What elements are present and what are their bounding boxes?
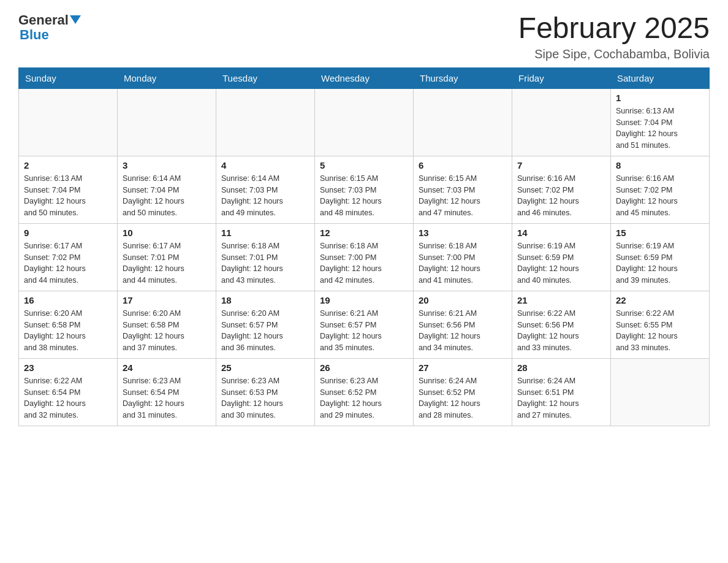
calendar-cell: 24Sunrise: 6:23 AMSunset: 6:54 PMDayligh… (118, 358, 216, 426)
day-number: 4 (221, 160, 309, 170)
day-number: 6 (419, 160, 507, 170)
day-info: Sunrise: 6:18 AMSunset: 7:00 PMDaylight:… (320, 240, 408, 286)
day-number: 1 (616, 93, 704, 103)
day-info: Sunrise: 6:18 AMSunset: 7:01 PMDaylight:… (221, 240, 309, 286)
day-info: Sunrise: 6:17 AMSunset: 7:01 PMDaylight:… (123, 240, 211, 286)
title-block: February 2025 Sipe Sipe, Cochabamba, Bol… (518, 12, 710, 61)
day-number: 7 (517, 160, 605, 170)
day-info: Sunrise: 6:19 AMSunset: 6:59 PMDaylight:… (517, 240, 605, 286)
calendar-cell: 12Sunrise: 6:18 AMSunset: 7:00 PMDayligh… (315, 223, 414, 291)
day-number: 27 (419, 362, 507, 373)
calendar-cell: 9Sunrise: 6:17 AMSunset: 7:02 PMDaylight… (19, 223, 118, 291)
calendar-cell: 23Sunrise: 6:22 AMSunset: 6:54 PMDayligh… (19, 358, 118, 426)
calendar-cell: 18Sunrise: 6:20 AMSunset: 6:57 PMDayligh… (216, 291, 315, 358)
day-number: 26 (320, 362, 408, 373)
day-number: 18 (221, 295, 309, 305)
day-info: Sunrise: 6:18 AMSunset: 7:00 PMDaylight:… (419, 240, 507, 286)
weekday-header-friday: Friday (512, 67, 611, 88)
day-number: 15 (616, 228, 704, 238)
day-info: Sunrise: 6:17 AMSunset: 7:02 PMDaylight:… (24, 240, 112, 286)
day-info: Sunrise: 6:13 AMSunset: 7:04 PMDaylight:… (24, 173, 112, 219)
calendar-cell: 5Sunrise: 6:15 AMSunset: 7:03 PMDaylight… (315, 156, 414, 223)
day-info: Sunrise: 6:21 AMSunset: 6:56 PMDaylight:… (419, 308, 507, 354)
day-info: Sunrise: 6:23 AMSunset: 6:53 PMDaylight:… (221, 375, 309, 421)
calendar-cell: 8Sunrise: 6:16 AMSunset: 7:02 PMDaylight… (611, 156, 710, 223)
day-info: Sunrise: 6:20 AMSunset: 6:58 PMDaylight:… (123, 308, 211, 354)
calendar-cell (19, 88, 118, 156)
day-info: Sunrise: 6:13 AMSunset: 7:04 PMDaylight:… (616, 105, 704, 151)
day-info: Sunrise: 6:14 AMSunset: 7:03 PMDaylight:… (221, 173, 309, 219)
calendar-cell: 7Sunrise: 6:16 AMSunset: 7:02 PMDaylight… (512, 156, 611, 223)
calendar-cell: 2Sunrise: 6:13 AMSunset: 7:04 PMDaylight… (19, 156, 118, 223)
day-info: Sunrise: 6:16 AMSunset: 7:02 PMDaylight:… (616, 173, 704, 219)
weekday-header-saturday: Saturday (611, 67, 710, 88)
day-number: 22 (616, 295, 704, 305)
week-row-1: 1Sunrise: 6:13 AMSunset: 7:04 PMDaylight… (19, 88, 710, 156)
weekday-header-monday: Monday (118, 67, 216, 88)
calendar-cell: 11Sunrise: 6:18 AMSunset: 7:01 PMDayligh… (216, 223, 315, 291)
calendar-cell: 1Sunrise: 6:13 AMSunset: 7:04 PMDaylight… (611, 88, 710, 156)
logo-general-text: General (18, 12, 69, 28)
day-info: Sunrise: 6:16 AMSunset: 7:02 PMDaylight:… (517, 173, 605, 219)
calendar-cell (414, 88, 512, 156)
day-info: Sunrise: 6:23 AMSunset: 6:52 PMDaylight:… (320, 375, 408, 421)
day-number: 16 (24, 295, 112, 305)
page-header: General Blue February 2025 Sipe Sipe, Co… (18, 12, 710, 61)
weekday-header-sunday: Sunday (19, 67, 118, 88)
day-info: Sunrise: 6:19 AMSunset: 6:59 PMDaylight:… (616, 240, 704, 286)
calendar-cell: 10Sunrise: 6:17 AMSunset: 7:01 PMDayligh… (118, 223, 216, 291)
calendar-cell: 4Sunrise: 6:14 AMSunset: 7:03 PMDaylight… (216, 156, 315, 223)
calendar-cell: 22Sunrise: 6:22 AMSunset: 6:55 PMDayligh… (611, 291, 710, 358)
day-number: 28 (517, 362, 605, 373)
calendar-cell: 17Sunrise: 6:20 AMSunset: 6:58 PMDayligh… (118, 291, 216, 358)
day-number: 13 (419, 228, 507, 238)
calendar-cell: 26Sunrise: 6:23 AMSunset: 6:52 PMDayligh… (315, 358, 414, 426)
calendar-cell: 27Sunrise: 6:24 AMSunset: 6:52 PMDayligh… (414, 358, 512, 426)
calendar-cell (512, 88, 611, 156)
day-number: 21 (517, 295, 605, 305)
week-row-5: 23Sunrise: 6:22 AMSunset: 6:54 PMDayligh… (19, 358, 710, 426)
day-number: 17 (123, 295, 211, 305)
day-number: 19 (320, 295, 408, 305)
calendar-cell: 21Sunrise: 6:22 AMSunset: 6:56 PMDayligh… (512, 291, 611, 358)
calendar-cell: 6Sunrise: 6:15 AMSunset: 7:03 PMDaylight… (414, 156, 512, 223)
day-number: 25 (221, 362, 309, 373)
day-number: 12 (320, 228, 408, 238)
calendar-cell: 19Sunrise: 6:21 AMSunset: 6:57 PMDayligh… (315, 291, 414, 358)
calendar-cell (315, 88, 414, 156)
day-number: 23 (24, 362, 112, 373)
weekday-header-tuesday: Tuesday (216, 67, 315, 88)
day-number: 2 (24, 160, 112, 170)
calendar-header-row: SundayMondayTuesdayWednesdayThursdayFrid… (19, 67, 710, 88)
calendar-cell (216, 88, 315, 156)
day-number: 24 (123, 362, 211, 373)
logo-arrow-icon (70, 15, 81, 26)
day-number: 20 (419, 295, 507, 305)
day-number: 8 (616, 160, 704, 170)
day-info: Sunrise: 6:14 AMSunset: 7:04 PMDaylight:… (123, 173, 211, 219)
day-info: Sunrise: 6:22 AMSunset: 6:54 PMDaylight:… (24, 375, 112, 421)
calendar-cell: 28Sunrise: 6:24 AMSunset: 6:51 PMDayligh… (512, 358, 611, 426)
day-info: Sunrise: 6:24 AMSunset: 6:52 PMDaylight:… (419, 375, 507, 421)
day-number: 14 (517, 228, 605, 238)
calendar-cell: 25Sunrise: 6:23 AMSunset: 6:53 PMDayligh… (216, 358, 315, 426)
logo: General Blue (18, 12, 81, 43)
day-info: Sunrise: 6:23 AMSunset: 6:54 PMDaylight:… (123, 375, 211, 421)
day-number: 5 (320, 160, 408, 170)
day-number: 3 (123, 160, 211, 170)
day-info: Sunrise: 6:21 AMSunset: 6:57 PMDaylight:… (320, 308, 408, 354)
week-row-4: 16Sunrise: 6:20 AMSunset: 6:58 PMDayligh… (19, 291, 710, 358)
day-info: Sunrise: 6:20 AMSunset: 6:57 PMDaylight:… (221, 308, 309, 354)
calendar-cell (611, 358, 710, 426)
day-info: Sunrise: 6:15 AMSunset: 7:03 PMDaylight:… (419, 173, 507, 219)
calendar-cell: 13Sunrise: 6:18 AMSunset: 7:00 PMDayligh… (414, 223, 512, 291)
day-number: 9 (24, 228, 112, 238)
calendar-cell: 16Sunrise: 6:20 AMSunset: 6:58 PMDayligh… (19, 291, 118, 358)
day-info: Sunrise: 6:22 AMSunset: 6:55 PMDaylight:… (616, 308, 704, 354)
weekday-header-thursday: Thursday (414, 67, 512, 88)
calendar-cell: 3Sunrise: 6:14 AMSunset: 7:04 PMDaylight… (118, 156, 216, 223)
svg-marker-0 (70, 15, 81, 24)
week-row-2: 2Sunrise: 6:13 AMSunset: 7:04 PMDaylight… (19, 156, 710, 223)
location-text: Sipe Sipe, Cochabamba, Bolivia (518, 47, 710, 61)
day-info: Sunrise: 6:24 AMSunset: 6:51 PMDaylight:… (517, 375, 605, 421)
